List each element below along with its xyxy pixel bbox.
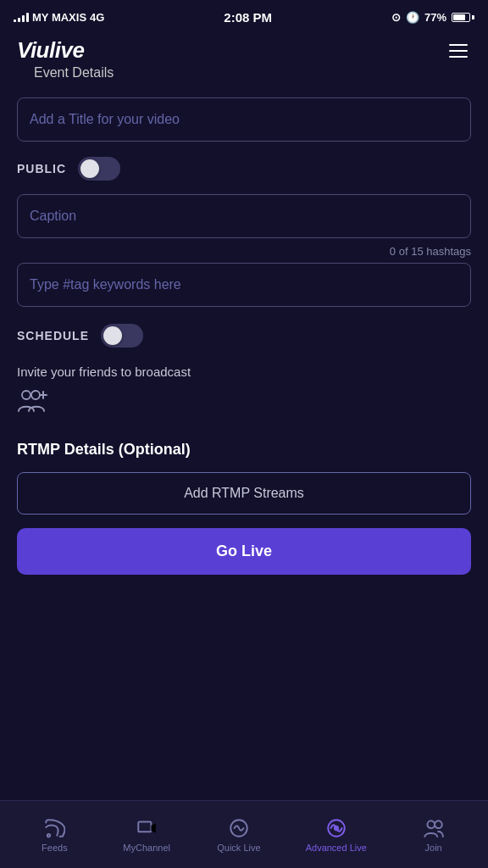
schedule-label: SCHEDULE <box>17 329 89 342</box>
page-title: Event Details <box>17 64 130 94</box>
caption-input[interactable] <box>17 194 471 238</box>
bottom-navigation: Feeds MyChannel Quick Live Advanced Live <box>0 800 488 868</box>
status-bar: MY MAXIS 4G 2:08 PM ⊙ 🕐 77% <box>0 0 488 31</box>
hashtag-count: 0 of 15 hashtags <box>17 245 471 258</box>
title-input-wrap <box>17 97 471 142</box>
mychannel-icon <box>136 817 158 839</box>
clock-icon: 🕐 <box>406 11 419 24</box>
invite-friends-button[interactable] <box>17 387 471 420</box>
nav-quicklive[interactable]: Quick Live <box>214 817 264 853</box>
caption-wrap <box>17 194 471 238</box>
alarm-icon: ⊙ <box>391 11 401 24</box>
svg-point-4 <box>47 834 50 837</box>
nav-mychannel[interactable]: MyChannel <box>121 817 172 853</box>
join-label: Join <box>425 843 442 853</box>
svg-point-10 <box>427 821 435 828</box>
quicklive-icon <box>228 817 250 839</box>
carrier-label: MY MAXIS <box>32 11 86 24</box>
schedule-toggle-row: SCHEDULE <box>17 324 471 348</box>
svg-rect-5 <box>138 821 151 832</box>
add-rtmp-button[interactable]: Add RTMP Streams <box>17 472 471 515</box>
nav-feeds[interactable]: Feeds <box>29 817 80 853</box>
hashtag-wrap <box>17 263 471 307</box>
menu-button[interactable] <box>446 41 471 61</box>
logo: Viulive Event Details <box>17 37 130 94</box>
feeds-icon <box>43 817 65 839</box>
feeds-label: Feeds <box>42 843 68 853</box>
schedule-toggle[interactable] <box>101 324 143 348</box>
nav-advancedlive[interactable]: Advanced Live <box>306 817 367 853</box>
public-toggle-row: PUBLIC <box>17 157 471 181</box>
svg-point-11 <box>435 821 442 828</box>
mychannel-label: MyChannel <box>123 843 170 853</box>
quicklive-label: Quick Live <box>217 843 260 853</box>
header: Viulive Event Details <box>0 31 488 97</box>
title-input[interactable] <box>17 97 471 142</box>
battery-icon <box>452 13 474 22</box>
rtmp-title: RTMP Details (Optional) <box>17 441 471 459</box>
status-right: ⊙ 🕐 77% <box>391 11 474 24</box>
invite-label: Invite your friends to broadcast <box>17 364 471 379</box>
go-live-button[interactable]: Go Live <box>17 528 471 575</box>
join-icon <box>423 817 445 839</box>
svg-point-1 <box>31 391 40 399</box>
nav-join[interactable]: Join <box>408 817 459 853</box>
public-toggle[interactable] <box>78 157 120 181</box>
svg-point-0 <box>22 391 30 399</box>
main-content: PUBLIC 0 of 15 hashtags SCHEDULE Invite … <box>0 97 488 800</box>
battery-label: 77% <box>424 11 446 24</box>
network-label: 4G <box>90 11 104 24</box>
time-label: 2:08 PM <box>224 10 272 25</box>
hashtag-input[interactable] <box>17 263 471 307</box>
advancedlive-icon <box>325 817 347 839</box>
status-left: MY MAXIS 4G <box>14 11 104 24</box>
invite-section: Invite your friends to broadcast <box>17 364 471 420</box>
advancedlive-label: Advanced Live <box>306 843 367 853</box>
signal-icon <box>14 12 29 22</box>
public-label: PUBLIC <box>17 162 66 175</box>
